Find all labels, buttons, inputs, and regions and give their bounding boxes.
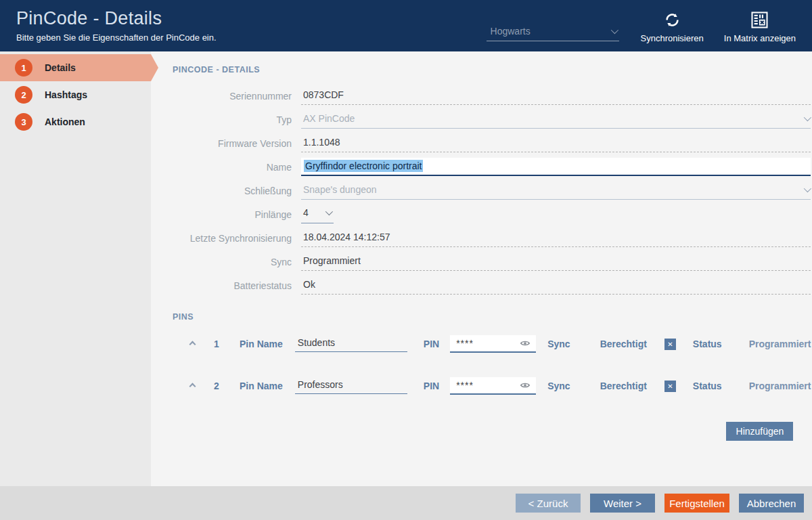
field-schliessung: Schließung Snape's dungeon: [173, 179, 811, 202]
pin-row-2: 2 Pin Name Professors PIN **** Sync Bere…: [173, 376, 811, 396]
berechtigt-label: Berechtigt: [600, 381, 647, 391]
status-label: Status: [693, 339, 722, 349]
finish-button[interactable]: Fertigstellen: [664, 494, 729, 513]
locking-system-select[interactable]: Hogwarts: [487, 24, 619, 41]
berechtigt-checkbox[interactable]: ✕: [664, 381, 676, 392]
matrix-icon: [750, 9, 769, 30]
field-value: 1.1.1048: [303, 137, 340, 148]
pin-value-input[interactable]: ****: [450, 335, 536, 353]
sidebar-item-label: Hashtags: [45, 89, 87, 100]
sync-label: Sync: [547, 339, 570, 349]
field-label: Schließung: [173, 186, 292, 196]
sync-icon: [663, 9, 681, 30]
field-value: 0873CDF: [303, 89, 344, 100]
back-button[interactable]: < Zurück: [516, 494, 581, 513]
page-subtitle: Bitte geben Sie die Eigenschaften der Pi…: [16, 32, 487, 43]
title-bar: PinCode - Details Bitte geben Sie die Ei…: [0, 0, 812, 51]
pin-masked-value: ****: [456, 338, 474, 349]
pin-value-input[interactable]: ****: [450, 377, 536, 395]
collapse-row-icon[interactable]: [190, 342, 195, 347]
sync-label: Sync: [547, 381, 570, 391]
pin-row-1: 1 Pin Name Students PIN **** Sync Berech…: [173, 334, 811, 354]
synchronize-button[interactable]: Synchronisieren: [634, 5, 710, 46]
synchronize-label: Synchronisieren: [641, 33, 704, 43]
selected-text: Gryffindor electronic portrait: [304, 160, 423, 172]
locking-system-value: Hogwarts: [491, 26, 531, 37]
next-button[interactable]: Weiter >: [590, 494, 655, 513]
field-batteriestatus: Batteriestatus Ok: [173, 274, 811, 297]
batteriestatus-value: Ok: [301, 277, 811, 295]
step-number-badge: 1: [15, 59, 32, 77]
field-label: Pinlänge: [173, 209, 292, 220]
chevron-down-icon: [804, 184, 811, 192]
pin-status-value: Programmiert: [749, 381, 811, 391]
berechtigt-label: Berechtigt: [600, 339, 647, 349]
collapse-row-icon[interactable]: [190, 384, 195, 389]
section-title-pincode-details: PINCODE - DETAILS: [173, 65, 811, 74]
sync-value: Programmiert: [301, 253, 811, 271]
typ-dropdown[interactable]: AX PinCode: [301, 111, 811, 129]
wizard-footer: < Zurück Weiter > Fertigstellen Abbreche…: [0, 486, 812, 520]
field-label: Seriennummer: [173, 91, 292, 102]
cancel-button[interactable]: Abbrechen: [739, 494, 804, 513]
pin-name-input[interactable]: Professors: [295, 378, 407, 394]
pin-label: PIN: [424, 339, 439, 349]
sidebar-item-aktionen[interactable]: 3 Aktionen: [0, 108, 151, 135]
sidebar-item-label: Details: [45, 62, 76, 73]
sidebar-item-label: Aktionen: [45, 116, 85, 127]
show-in-matrix-label: In Matrix anzeigen: [724, 33, 796, 43]
field-label: Firmware Version: [173, 138, 292, 149]
field-label: Typ: [173, 114, 292, 125]
wizard-steps-sidebar: 1 Details 2 Hashtags 3 Aktionen: [0, 51, 151, 486]
field-value: 18.04.2024 14:12:57: [303, 232, 390, 242]
field-label: Letzte Synchronisierung: [173, 233, 292, 244]
show-in-matrix-button[interactable]: In Matrix anzeigen: [717, 5, 803, 46]
sidebar-item-details[interactable]: 1 Details: [0, 54, 151, 81]
field-seriennummer: Seriennummer 0873CDF: [173, 84, 811, 108]
pin-number: 1: [214, 339, 223, 349]
step-number-badge: 3: [15, 113, 32, 131]
chevron-down-icon: [610, 26, 618, 33]
pin-label: PIN: [424, 381, 439, 391]
field-label: Batteriestatus: [173, 280, 292, 291]
field-sync: Sync Programmiert: [173, 250, 811, 274]
seriennummer-value: 0873CDF: [301, 87, 811, 105]
field-value: AX PinCode: [303, 113, 355, 124]
field-label: Sync: [173, 257, 292, 267]
pin-name-label: Pin Name: [240, 339, 283, 349]
schliessung-dropdown[interactable]: Snape's dungeon: [301, 182, 811, 200]
page-title: PinCode - Details: [16, 8, 487, 29]
chevron-down-icon: [804, 113, 811, 121]
pin-masked-value: ****: [456, 380, 474, 391]
pin-name-label: Pin Name: [240, 381, 283, 391]
berechtigt-checkbox[interactable]: ✕: [664, 339, 676, 350]
chevron-down-icon: [325, 208, 333, 215]
add-pin-button[interactable]: Hinzufügen: [726, 422, 793, 441]
show-pin-eye-icon[interactable]: [520, 380, 531, 391]
pin-number: 2: [214, 381, 223, 391]
name-input[interactable]: Gryffindor electronic portrait: [301, 158, 811, 176]
pinlaenge-dropdown[interactable]: 4: [301, 205, 334, 223]
field-label: Name: [173, 162, 292, 173]
field-letzte-synchronisierung: Letzte Synchronisierung 18.04.2024 14:12…: [173, 226, 811, 250]
step-number-badge: 2: [15, 86, 32, 104]
field-value: Ok: [303, 279, 315, 290]
field-value: Programmiert: [303, 255, 361, 266]
details-panel: PINCODE - DETAILS Seriennummer 0873CDF T…: [151, 51, 812, 486]
field-firmware-version: Firmware Version 1.1.1048: [173, 131, 811, 155]
field-value: 4: [303, 207, 309, 218]
sidebar-item-hashtags[interactable]: 2 Hashtags: [0, 81, 151, 108]
status-label: Status: [693, 381, 722, 391]
section-title-pins: PINS: [173, 312, 811, 322]
field-value: Snape's dungeon: [303, 184, 377, 195]
field-typ: Typ AX PinCode: [173, 108, 811, 131]
field-name: Name Gryffindor electronic portrait: [173, 155, 811, 179]
pin-status-value: Programmiert: [749, 339, 811, 349]
show-pin-eye-icon[interactable]: [520, 338, 531, 349]
letzte-synchronisierung-value: 18.04.2024 14:12:57: [301, 230, 811, 247]
firmware-version-value: 1.1.1048: [301, 135, 811, 152]
pin-name-input[interactable]: Students: [295, 336, 407, 352]
field-pinlaenge: Pinlänge 4: [173, 202, 811, 226]
